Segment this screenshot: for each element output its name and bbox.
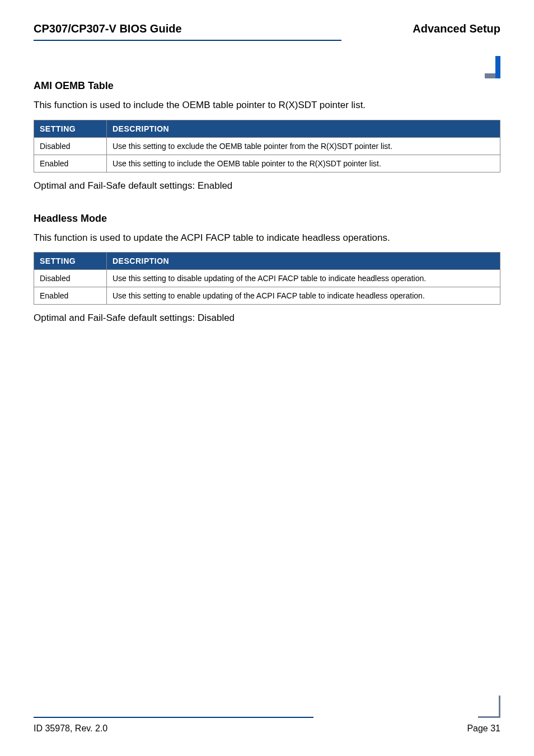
- settings-table: SETTING DESCRIPTION Disabled Use this se…: [34, 120, 500, 172]
- section-heading: Headless Mode: [34, 213, 500, 225]
- section-intro: This function is used to update the ACPI…: [34, 231, 500, 245]
- table-row: Disabled Use this setting to exclude the…: [34, 137, 500, 155]
- cell-setting: Disabled: [34, 270, 107, 287]
- table-row: Enabled Use this setting to enable updat…: [34, 287, 500, 305]
- cell-description: Use this setting to disable updating of …: [107, 270, 500, 287]
- page-header: CP307/CP307-V BIOS Guide Advanced Setup: [34, 22, 500, 40]
- th-description: DESCRIPTION: [107, 253, 500, 270]
- content-area: AMI OEMB Table This function is used to …: [34, 80, 500, 325]
- cell-setting: Disabled: [34, 137, 107, 155]
- page-footer: ID 35978, Rev. 2.0 Page 31: [34, 717, 500, 734]
- cell-setting: Enabled: [34, 155, 107, 172]
- th-setting: SETTING: [34, 120, 107, 137]
- section-note: Optimal and Fail-Safe default settings: …: [34, 311, 500, 325]
- section-intro: This function is used to include the OEM…: [34, 99, 500, 112]
- table-row: Enabled Use this setting to include the …: [34, 155, 500, 172]
- header-right: Advanced Setup: [413, 22, 500, 35]
- table-row: Disabled Use this setting to disable upd…: [34, 270, 500, 287]
- footer-left: ID 35978, Rev. 2.0: [34, 724, 107, 734]
- corner-decor-top: [478, 56, 500, 78]
- corner-decor-bottom: [478, 696, 500, 718]
- cell-description: Use this setting to enable updating of t…: [107, 287, 500, 305]
- cell-description: Use this setting to include the OEMB tab…: [107, 155, 500, 172]
- header-rule: [34, 40, 341, 41]
- section-heading: AMI OEMB Table: [34, 80, 500, 92]
- th-setting: SETTING: [34, 253, 107, 270]
- footer-right: Page 31: [467, 724, 500, 734]
- cell-setting: Enabled: [34, 287, 107, 305]
- header-left: CP307/CP307-V BIOS Guide: [34, 22, 182, 35]
- cell-description: Use this setting to exclude the OEMB tab…: [107, 137, 500, 155]
- settings-table: SETTING DESCRIPTION Disabled Use this se…: [34, 252, 500, 305]
- th-description: DESCRIPTION: [107, 120, 500, 137]
- footer-rule: [34, 717, 313, 718]
- section-note: Optimal and Fail-Safe default settings: …: [34, 179, 500, 193]
